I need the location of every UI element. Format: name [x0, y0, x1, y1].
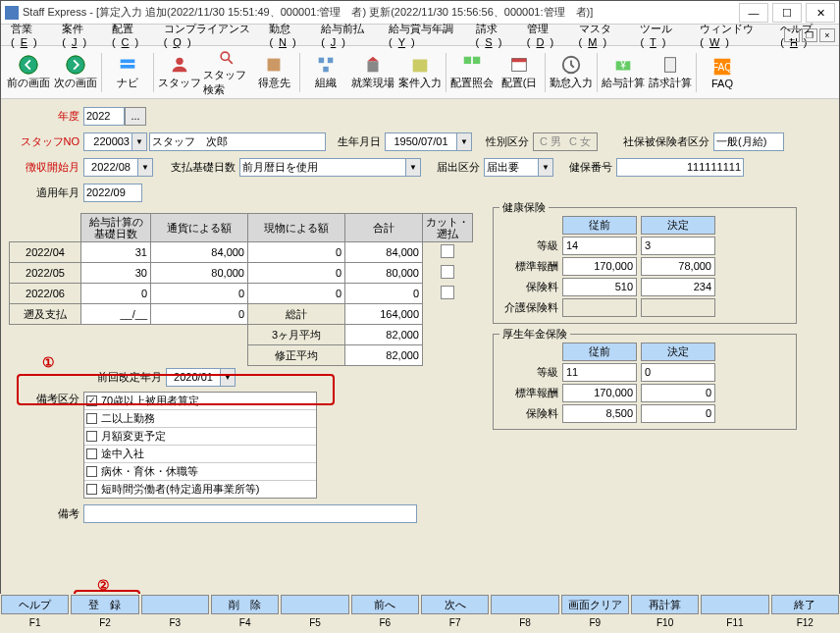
menu-item[interactable]: 給与賞与年調(Y) — [389, 22, 464, 48]
checkbox-icon[interactable] — [86, 431, 97, 442]
checkbox-icon[interactable]: ✓ — [86, 396, 97, 406]
toolbar-bill[interactable]: 請求計算 — [647, 48, 694, 97]
checkbox-icon[interactable] — [86, 413, 97, 424]
remarks-item[interactable]: 短時間労働者(特定適用事業所等) — [84, 481, 316, 498]
choshu-dropdown[interactable]: ▼ — [138, 158, 153, 177]
year-input[interactable] — [83, 107, 125, 126]
fs-title-kosei: 厚生年金保険 — [499, 327, 570, 342]
staffno-dropdown[interactable]: ▼ — [132, 132, 147, 151]
checkbox-icon[interactable] — [86, 484, 97, 495]
menu-item[interactable]: 配置(C) — [112, 22, 152, 48]
kosei-tokyu-k[interactable]: 0 — [641, 363, 715, 382]
cut-checkbox[interactable] — [441, 286, 454, 299]
toolbar-pd[interactable]: 配置(日 — [496, 48, 543, 97]
toolbar-ssearch[interactable]: スタッフ検索 — [203, 48, 250, 97]
mdi-restore[interactable]: ❐ — [802, 28, 817, 42]
kenko-tokyu-j[interactable]: 14 — [562, 237, 637, 255]
minimize-button[interactable]: — — [739, 3, 768, 23]
fn-button-10[interactable]: 再計算 — [631, 595, 699, 614]
shusei[interactable]: 82,000 — [344, 344, 423, 366]
fn-button-2[interactable]: 登 録 — [71, 595, 138, 614]
kosei-tokyu-j[interactable]: 11 — [562, 363, 637, 382]
menu-item[interactable]: 案件(J) — [62, 22, 100, 48]
table-ym: 2022/04 — [9, 241, 81, 263]
todoke-dropdown[interactable]: ▼ — [539, 158, 553, 177]
kenko-tokyu-k[interactable]: 3 — [641, 237, 715, 255]
sokyua[interactable]: 0 — [150, 303, 248, 325]
birth-dropdown[interactable]: ▼ — [457, 132, 472, 151]
zenkai-dropdown[interactable]: ▼ — [221, 368, 236, 387]
toolbar-org[interactable]: 組織 — [302, 48, 349, 97]
menu-item[interactable]: 給与前払(J) — [321, 22, 377, 48]
fn-button-12[interactable]: 終了 — [771, 595, 839, 614]
todoke-select[interactable] — [484, 158, 539, 177]
kosei-juzen-btn[interactable]: 従前 — [562, 343, 637, 361]
fn-button-1[interactable]: ヘルプ — [1, 595, 69, 614]
toolbar-faq[interactable]: FAQFAQ — [699, 48, 746, 97]
toolbar-back[interactable]: 前の画面 — [5, 48, 52, 97]
menu-item[interactable]: ウィンドウ(W) — [700, 22, 768, 48]
fn-button-6[interactable]: 前へ — [351, 595, 419, 614]
toolbar-case[interactable]: 案件入力 — [396, 48, 444, 97]
table-genbutsu[interactable]: 0 — [247, 241, 345, 263]
shiharai-select[interactable] — [239, 158, 406, 177]
table-genbutsu[interactable]: 0 — [247, 262, 345, 284]
toolbar-site[interactable]: 就業現場 — [349, 48, 396, 97]
table-days[interactable]: 31 — [80, 241, 151, 263]
checkbox-icon[interactable] — [86, 466, 97, 477]
toolbar-navi[interactable]: ナビ — [104, 48, 151, 97]
toolbar-att[interactable]: 勤怠入力 — [548, 48, 595, 97]
mdi-minimize[interactable]: _ — [784, 28, 800, 42]
radio-male[interactable]: C 男 — [540, 134, 561, 149]
kosei-kettei-btn[interactable]: 決定 — [641, 343, 715, 361]
toolbar-pq[interactable]: 配置照会 — [448, 48, 496, 97]
fn-button-7[interactable]: 次へ — [421, 595, 489, 614]
zenkai-input[interactable] — [166, 368, 221, 387]
checkbox-icon[interactable] — [86, 448, 97, 459]
menu-item[interactable]: コンプライアンス(Q) — [164, 22, 258, 48]
cut-checkbox[interactable] — [441, 244, 454, 258]
toolbar-fwd[interactable]: 次の画面 — [52, 48, 99, 97]
menu-item[interactable]: 営業(E) — [11, 22, 50, 48]
fn-button-3[interactable] — [141, 595, 209, 614]
fn-button-11[interactable] — [701, 595, 768, 614]
cut-checkbox[interactable] — [441, 265, 454, 279]
remarks-item[interactable]: 途中入社 — [84, 446, 316, 463]
table-genbutsu[interactable]: 0 — [247, 283, 345, 304]
mdi-close[interactable]: × — [819, 28, 835, 42]
menu-item[interactable]: 管理(D) — [527, 22, 567, 48]
table-days[interactable]: 30 — [80, 262, 151, 284]
table-days[interactable]: 0 — [80, 283, 151, 304]
sokyud[interactable]: __/__ — [80, 303, 151, 325]
remarks-item[interactable]: ✓70歳以上被用者算定 — [84, 393, 316, 410]
toolbar-staff[interactable]: スタッフ — [156, 48, 203, 97]
choshu-input[interactable] — [83, 158, 138, 177]
menu-item[interactable]: マスタ(M) — [579, 22, 629, 48]
kenko-kettei-btn[interactable]: 決定 — [641, 216, 715, 235]
table-total: 80,000 — [344, 262, 423, 284]
remarks-item[interactable]: 月額変更予定 — [84, 428, 316, 446]
table-amount[interactable]: 0 — [150, 283, 248, 304]
year-lookup-button[interactable]: ... — [125, 107, 146, 126]
close-button[interactable]: ✕ — [806, 3, 835, 23]
biko-input[interactable] — [83, 504, 417, 523]
birth-input[interactable] — [385, 132, 457, 151]
remarks-item[interactable]: 二以上勤務 — [84, 410, 316, 428]
remarks-item[interactable]: 病休・育休・休職等 — [84, 463, 316, 481]
menu-item[interactable]: 勤怠(N) — [269, 22, 309, 48]
fn-button-5[interactable] — [281, 595, 348, 614]
kenko-juzen-btn[interactable]: 従前 — [562, 216, 637, 235]
table-amount[interactable]: 80,000 — [150, 262, 248, 284]
fn-button-4[interactable]: 削 除 — [211, 595, 279, 614]
radio-female[interactable]: C 女 — [569, 134, 591, 149]
maximize-button[interactable]: ☐ — [772, 3, 802, 23]
fn-button-8[interactable] — [491, 595, 558, 614]
toolbar-cust[interactable]: 得意先 — [250, 48, 297, 97]
menu-item[interactable]: 請求(S) — [476, 22, 515, 48]
staffno-input[interactable] — [83, 132, 132, 151]
menu-item[interactable]: ツール(T) — [640, 22, 688, 48]
toolbar-pay[interactable]: ¥給与計算 — [600, 48, 647, 97]
table-amount[interactable]: 84,000 — [150, 241, 248, 263]
fn-button-9[interactable]: 画面クリア — [561, 595, 629, 614]
shiharai-dropdown[interactable]: ▼ — [406, 158, 421, 177]
